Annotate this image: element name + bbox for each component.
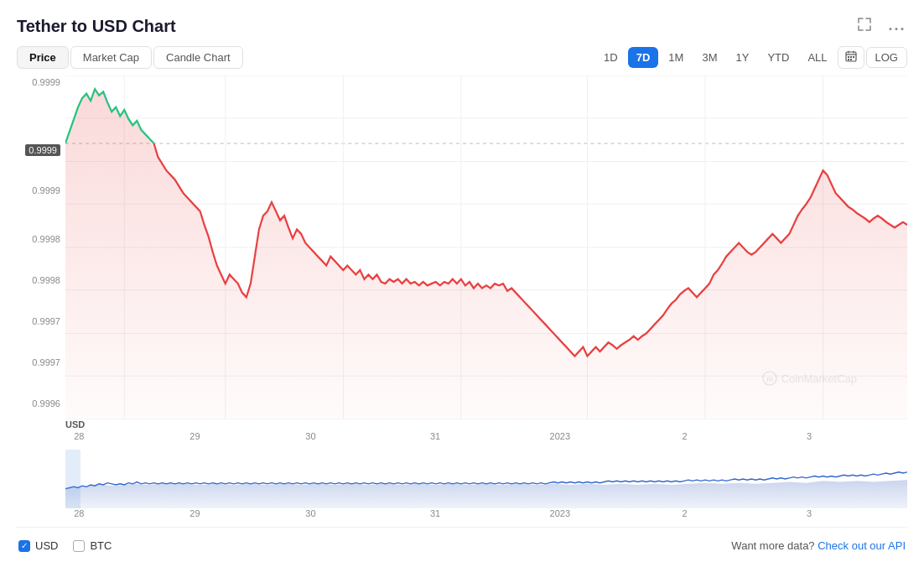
tab-group: Price Market Cap Candle Chart [17, 46, 243, 69]
x-axis-labels: 28 29 30 31 2023 2 3 [17, 431, 907, 448]
timeframe-3m[interactable]: 3M [693, 47, 725, 68]
y-label-1: 0.9999 [32, 77, 60, 87]
y-label-5: 0.9998 [32, 275, 60, 285]
calendar-button[interactable] [838, 46, 864, 69]
more-button[interactable] [885, 16, 907, 37]
chart-title: Tether to USD Chart [17, 17, 176, 36]
x-label-2023: 2023 [550, 431, 570, 441]
more-data-text: Want more data? Check out our API [731, 539, 906, 552]
timeframe-ytd[interactable]: YTD [759, 47, 797, 68]
mini-x-label-28: 28 [74, 508, 84, 518]
mini-x-label-2: 2 [682, 508, 687, 518]
mini-svg-area [65, 450, 907, 508]
mini-x-label-29: 29 [189, 508, 200, 518]
legend-group: USD BTC [18, 539, 112, 552]
tab-price[interactable]: Price [17, 46, 69, 69]
btc-label: BTC [90, 539, 112, 552]
chart-svg-area: m CoinMarketCap [65, 75, 907, 419]
timeframe-1y[interactable]: 1Y [727, 47, 757, 68]
tab-candle[interactable]: Candle Chart [153, 46, 243, 69]
header-icons [854, 15, 907, 38]
controls-row: Price Market Cap Candle Chart 1D 7D 1M 3… [17, 46, 907, 69]
svg-rect-5 [850, 56, 852, 58]
x-label-29: 29 [189, 431, 200, 441]
time-group: 1D 7D 1M 3M 1Y YTD ALL LOG [595, 46, 907, 69]
mini-x-label-2023: 2023 [550, 508, 570, 518]
y-label-6: 0.9997 [32, 316, 60, 326]
mini-chart-svg [65, 450, 907, 508]
header-row: Tether to USD Chart [17, 15, 907, 38]
svg-rect-4 [848, 56, 849, 58]
timeframe-1d[interactable]: 1D [595, 47, 626, 68]
usd-label: USD [35, 539, 58, 552]
svg-rect-8 [850, 59, 852, 60]
mini-x-label-3: 3 [807, 508, 812, 518]
x-label-3: 3 [807, 431, 812, 441]
expand-button[interactable] [854, 15, 875, 38]
mini-x-label-31: 31 [430, 508, 440, 518]
svg-point-0 [890, 28, 892, 30]
y-label-7: 0.9997 [32, 357, 60, 367]
mini-x-label-30: 30 [305, 508, 315, 518]
svg-rect-6 [853, 56, 854, 58]
chart-container: Tether to USD Chart Price Market Cap Can… [0, 0, 924, 562]
legend-usd: USD [18, 539, 58, 552]
chart-area: 0.9999 0.9999 0.9999 0.9998 0.9998 0.999… [17, 75, 907, 523]
legend-btc: BTC [73, 539, 112, 552]
tab-marketcap[interactable]: Market Cap [70, 46, 152, 69]
y-axis: 0.9999 0.9999 0.9999 0.9998 0.9998 0.999… [17, 75, 65, 419]
y-label-4: 0.9998 [32, 234, 60, 244]
mini-x-axis-labels: 28 29 30 31 2023 2 3 [17, 508, 907, 523]
mini-chart-area [17, 450, 907, 508]
timeframe-1m[interactable]: 1M [660, 47, 692, 68]
main-chart: 0.9999 0.9999 0.9999 0.9998 0.9998 0.999… [17, 75, 907, 419]
api-link[interactable]: Check out our API [818, 539, 906, 552]
y-label-3: 0.9999 [32, 185, 60, 195]
timeframe-all[interactable]: ALL [799, 47, 835, 68]
x-label-28: 28 [74, 431, 84, 441]
svg-rect-7 [848, 59, 849, 60]
usd-checkbox[interactable] [18, 540, 30, 552]
x-label-31: 31 [430, 431, 440, 441]
btc-checkbox[interactable] [73, 540, 85, 552]
y-label-8: 0.9996 [32, 398, 60, 408]
x-label-2: 2 [682, 431, 687, 441]
main-chart-svg [65, 75, 907, 419]
svg-point-2 [901, 28, 904, 30]
svg-rect-28 [65, 450, 80, 508]
footer-row: USD BTC Want more data? Check out our AP… [17, 539, 907, 552]
usd-axis-label: USD [17, 419, 907, 429]
x-label-30: 30 [305, 431, 315, 441]
log-button[interactable]: LOG [866, 47, 907, 68]
mini-y-axis [17, 450, 65, 508]
y-label-highlighted: 0.9999 [25, 144, 60, 156]
svg-point-1 [895, 28, 898, 30]
timeframe-7d[interactable]: 7D [628, 47, 659, 68]
